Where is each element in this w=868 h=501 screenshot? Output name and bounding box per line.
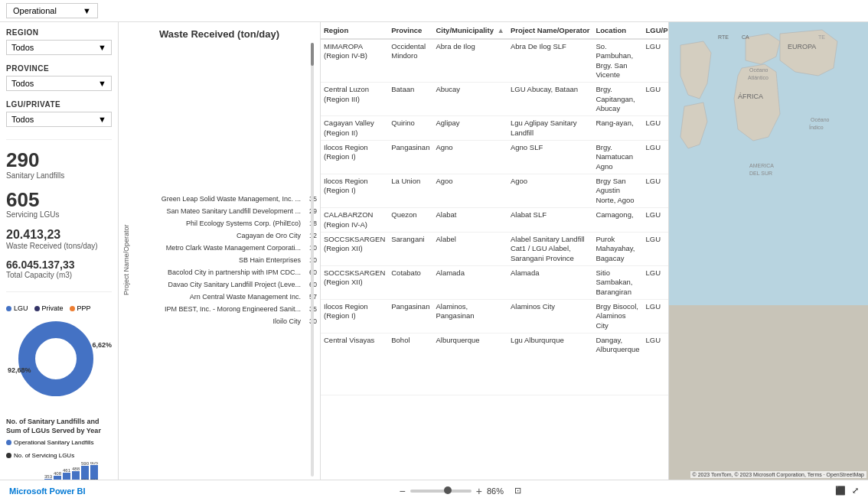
zoom-slider-thumb [444,486,452,494]
col-location: Location [592,22,642,39]
table-cell-location: Camagong, [592,208,642,233]
bottom-icons: ⬛ ⤢ [835,486,859,496]
kpi-label-waste: Waste Received (tons/day) [6,242,112,250]
table-cell-city: Alamada [432,265,507,299]
bar-label: San Mateo Sanitary Landfill Development … [140,207,301,215]
table-cell-lgu_private: LGU [643,265,669,299]
table-cell-city: Abra de Ilog [432,39,507,83]
bar-row: San Mateo Sanitary Landfill Development … [140,205,311,217]
chevron-down-icon: ▼ [98,115,106,124]
bar-row: Iloilo City305 [140,315,311,327]
bar-row: Phil Ecology Systems Corp. (PhilEco)1894 [140,217,311,229]
bar-label: SB Hain Enterprises [140,256,301,264]
kpi-label-lgus: Servicing LGUs [6,210,112,219]
table-cell-project: Alabat SLF [507,208,592,233]
zoom-slider[interactable] [410,490,472,493]
table-cell-project: Alamada [507,265,592,299]
table-cell-lgu_private: LGU [643,232,669,265]
legend-servicing: No. of Servicing LGUs [6,452,74,459]
kpi-number-landfills: 290 [6,149,112,171]
svg-text:Atlántico: Atlántico [748,75,768,80]
table-cell-lgu_private: LGU [643,174,669,208]
zoom-minus-button[interactable]: − [400,485,406,497]
share-icon[interactable]: ⬛ [835,486,846,496]
kpi-number-lgus: 605 [6,189,112,211]
bar-label: Davao City Sanitary Landfill Project (Le… [140,281,301,288]
table-cell-location: Purok Mahayahay, Bagacay [592,232,642,265]
table-cell-region: SOCCSKSARGEN (Region XII) [321,265,388,299]
operational-filter-label: Operational [13,6,57,15]
operational-filter-dropdown[interactable]: Operational ▼ [6,3,98,18]
svg-text:EUROPA: EUROPA [788,43,816,50]
scroll-thumb [311,43,314,66]
table-cell-project: Alabel Sanitary Landfill Cat1 / LGU Alab… [507,232,592,265]
svg-text:TE: TE [818,34,825,40]
operational-label: Operational Sanitary Landfills [14,439,94,446]
table-cell-city: Alabat [432,208,507,233]
svg-text:353: 353 [44,474,53,479]
table-cell-lgu_private: LGU [643,299,669,333]
bar-row: Arn Central Waste Management Inc.573 [140,291,311,303]
lgu-filter-dropdown[interactable]: Todos ▼ [6,112,112,127]
bottom-bar: Microsoft Power BI − + 86% ⊡ ⬛ ⤢ [0,480,868,501]
province-filter-label: PROVINCE [6,64,112,73]
table-cell-region: SOCCSKSARGEN (Region XII) [321,232,388,265]
svg-text:RTE: RTE [718,34,729,40]
table-cell-province: La Union [388,174,432,208]
col-city: City/Municipality ▲ [432,22,507,39]
table-wrapper[interactable]: Region Province City/Municipality ▲ Proj… [321,22,668,480]
donut-ppp-pct: 6,62% [92,341,112,349]
table-row: Ilocos Region (Region I)PangasinanAlamin… [321,299,668,333]
table-cell-project: Abra De Ilog SLF [507,39,592,83]
table-cell-city: Abucay [432,83,507,116]
bar-label: Cagayan de Oro City [140,232,301,239]
fit-page-icon[interactable]: ⊡ [514,486,521,496]
chart-title: Waste Received (ton/day) [119,22,320,43]
bar-row: IPM BEST, Inc. - Morong Engineered Sanit… [140,303,311,315]
servicing-dot [6,453,11,458]
table-cell-region: Ilocos Region (Region I) [321,299,388,333]
table-cell-city: Agno [432,141,507,174]
table-cell-region: Ilocos Region (Region I) [321,141,388,174]
bar-label: Iloilo City [140,317,301,325]
table-row: Central VisayasBoholAlburquerqueLgu Albu… [321,333,668,395]
lgu-filter-section: LGU/PRIVATE Todos ▼ [6,100,112,127]
col-lgu: LGU/Private [643,22,669,39]
bar-label: Arn Central Waste Management Inc. [140,293,301,301]
kpi-number-waste: 20.413,23 [6,228,112,242]
map-attribution: © 2023 TomTom, © 2023 Microsoft Corporat… [690,471,866,478]
scroll-indicator[interactable] [309,43,315,477]
table-cell-region: CALABARZON (Region IV-A) [321,208,388,233]
bottom-chart-svg: 101 118 108 165 353 408 461 488 590 605 … [6,462,113,480]
province-filter-dropdown[interactable]: Todos ▼ [6,76,112,91]
table-row: Cagayan Valley (Region II)QuirinoAglipay… [321,116,668,141]
lgu-dot [6,306,11,311]
table-panel: Region Province City/Municipality ▲ Proj… [321,22,669,480]
bar-label: Phil Ecology Systems Corp. (PhilEco) [140,220,301,227]
zoom-controls: − + 86% ⊡ [400,485,521,497]
zoom-plus-button[interactable]: + [476,485,482,497]
bar-label: Metro Clark Waste Management Corporati..… [140,244,301,252]
table-row: CALABARZON (Region IV-A)QuezonAlabatAlab… [321,208,668,233]
table-cell-province: Cotabato [388,265,432,299]
bar-row: Green Leap Solid Waste Management, Inc. … [140,193,311,205]
middle-panel: Waste Received (ton/day) Project Name/Op… [119,22,321,480]
bottom-bar-chart: No. of Sanitary Landfills and Sum of LGU… [6,413,112,480]
svg-rect-10 [63,473,70,480]
y-axis-label: Project Name/Operator [119,43,134,477]
private-dot [34,306,40,311]
powerbi-link[interactable]: Microsoft Power BI [9,486,86,496]
table-cell-region: Central Visayas [321,333,388,395]
fullscreen-icon[interactable]: ⤢ [852,486,859,496]
table-cell-lgu_private: LGU [643,208,669,233]
table-cell-location: Brgy San Agustin Norte, Agoo [592,174,642,208]
province-filter-section: PROVINCE Todos ▼ [6,64,112,91]
bottom-chart-title: No. of Sanitary Landfills and Sum of LGU… [6,418,112,435]
region-filter-dropdown[interactable]: Todos ▼ [6,40,112,55]
table-cell-city: Alabel [432,232,507,265]
chart-content: Green Leap Solid Waste Management, Inc. … [134,43,317,477]
table-cell-location: Dangay, Alburquerque [592,333,642,395]
bar-row: Davao City Sanitary Landfill Project (Le… [140,278,311,291]
table-row: SOCCSKSARGEN (Region XII)SaranganiAlabel… [321,232,668,265]
scroll-track [311,43,314,477]
